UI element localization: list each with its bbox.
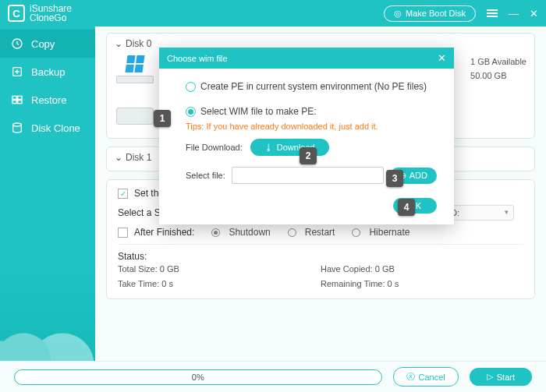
after-finished-checkbox[interactable]	[118, 228, 128, 238]
select-file-label: Select file:	[186, 171, 225, 180]
modal-title-text: Choose wim file	[167, 54, 228, 63]
sidebar-item-copy[interactable]: Copy	[0, 30, 95, 58]
status-remaining: Remaining Time: 0 s	[321, 277, 523, 291]
target-select[interactable]: D:	[444, 205, 514, 221]
option-select-wim[interactable]: Select WIM file to make PE:	[186, 106, 437, 117]
download-button[interactable]: ⭳Download	[250, 139, 329, 156]
disk-clone-icon	[11, 122, 23, 134]
sidebar-item-backup[interactable]: Backup	[0, 58, 95, 86]
after-label: After Finished:	[134, 227, 194, 238]
restart-radio[interactable]	[288, 228, 296, 237]
brand-name: iSunshare CloneGo	[30, 4, 72, 23]
callout-4: 4	[398, 199, 415, 216]
make-boot-label: Make Boot Disk	[406, 9, 466, 18]
disk0-available: 1 GB Available	[470, 55, 526, 69]
callout-2: 2	[300, 147, 317, 164]
svg-rect-3	[18, 96, 22, 99]
progress-bar: 0%	[14, 369, 382, 385]
chevron-down-icon: ⌄	[115, 152, 122, 163]
status-take-time: Take Time: 0 s	[118, 277, 321, 291]
brand-line2: CloneGo	[30, 13, 72, 23]
decorative-clouds	[0, 298, 95, 361]
chevron-down-icon: ⌄	[115, 38, 122, 49]
sidebar-item-disk-clone[interactable]: Disk Clone	[0, 114, 95, 142]
start-button[interactable]: ▷Start	[470, 368, 532, 386]
cancel-icon: ⓧ	[406, 371, 415, 383]
sidebar-item-label: Disk Clone	[31, 122, 80, 134]
svg-rect-5	[18, 101, 22, 104]
select-file-input[interactable]	[232, 167, 384, 184]
disk0-meta: 1 GB Available 50.00 GB	[470, 55, 526, 83]
make-boot-disk-button[interactable]: ◎ Make Boot Disk	[384, 5, 476, 22]
download-icon: ⭳	[264, 143, 273, 152]
minimize-button[interactable]: —	[509, 8, 519, 19]
sidebar-item-label: Restore	[31, 94, 67, 106]
callout-1: 1	[154, 110, 171, 127]
option-create-pe[interactable]: Create PE in current system environment …	[186, 81, 437, 92]
close-button[interactable]: ✕	[530, 8, 538, 19]
bottom-bar: 0% ⓧCancel ▷Start	[0, 361, 546, 392]
modal-close-button[interactable]: ✕	[438, 52, 446, 64]
radio-icon	[186, 82, 196, 92]
disk0-os-icon	[115, 54, 155, 85]
set-checkbox[interactable]: ✓	[118, 189, 128, 199]
hibernate-radio[interactable]	[352, 228, 360, 237]
sidebar-item-label: Copy	[31, 38, 55, 50]
file-download-label: File Download:	[186, 143, 243, 152]
sidebar-item-restore[interactable]: Restore	[0, 86, 95, 114]
callout-3: 3	[386, 170, 403, 187]
backup-icon	[11, 65, 23, 78]
disk0-drive-icon	[115, 99, 155, 130]
status-total: Total Size: 0 GB	[118, 262, 321, 277]
status-heading: Status:	[118, 251, 523, 262]
status-copied: Have Copied: 0 GB	[321, 262, 523, 277]
modal-tips: Tips: If you have already downloaded it,…	[186, 122, 437, 131]
play-icon: ▷	[487, 372, 493, 382]
brand: C iSunshare CloneGo	[8, 4, 72, 23]
disk0-size: 50.00 GB	[470, 69, 526, 83]
sidebar: Copy Backup Restore Disk Clone	[0, 26, 95, 361]
choose-wim-modal: Choose wim file ✕ Create PE in current s…	[159, 48, 454, 224]
svg-rect-4	[12, 101, 16, 104]
svg-point-6	[13, 123, 22, 126]
sidebar-item-label: Backup	[31, 66, 65, 78]
copy-icon	[11, 37, 23, 50]
disc-icon: ◎	[394, 9, 402, 19]
cancel-button[interactable]: ⓧCancel	[393, 367, 459, 387]
menu-button[interactable]	[487, 8, 498, 19]
titlebar: C iSunshare CloneGo ◎ Make Boot Disk — ✕	[0, 0, 546, 26]
brand-logo: C	[8, 5, 25, 22]
svg-rect-2	[12, 96, 16, 99]
radio-icon	[186, 107, 196, 117]
shutdown-radio[interactable]	[211, 228, 220, 237]
modal-titlebar: Choose wim file ✕	[159, 48, 454, 69]
restore-icon	[11, 94, 23, 106]
